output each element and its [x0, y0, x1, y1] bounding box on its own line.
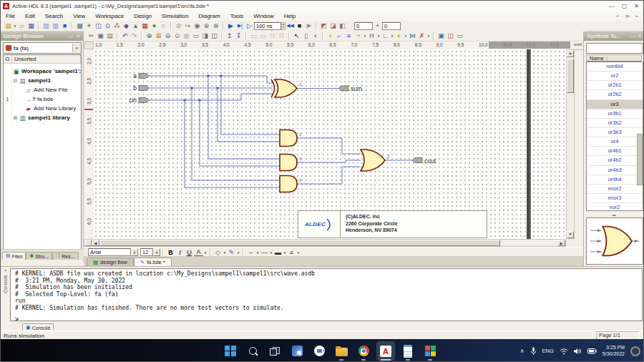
- symbol-item-or4b4[interactable]: or4b4: [587, 175, 643, 185]
- file-explorer-button[interactable]: [332, 341, 351, 361]
- menu-view[interactable]: View: [68, 11, 90, 21]
- copy-icon[interactable]: ▣: [96, 31, 105, 40]
- notepad-button[interactable]: [399, 341, 417, 361]
- restart-sim-icon[interactable]: ◉: [192, 21, 202, 30]
- symbol-filter-input[interactable]: [586, 43, 643, 54]
- font-family-caret-icon[interactable]: ▾: [131, 248, 138, 256]
- kernel-stop-icon[interactable]: ◪: [328, 21, 338, 30]
- design-browser-header[interactable]: Design Browser — ✕: [1, 31, 83, 41]
- font-color-caret-icon[interactable]: ▾: [203, 250, 208, 255]
- dock-move-icon[interactable]: +: [616, 14, 619, 19]
- symbol-item-or4b3[interactable]: or4b3: [587, 166, 643, 175]
- line-width-select[interactable]: –: [246, 248, 255, 257]
- symbol-item-or4b1[interactable]: or4b1: [587, 147, 643, 156]
- step-icon[interactable]: |▶: [304, 21, 313, 30]
- recording-icon[interactable]: [630, 346, 640, 356]
- panel-close-icon[interactable]: ✕: [77, 34, 80, 39]
- wire-tool-icon[interactable]: ⌐: [335, 31, 344, 40]
- menu-help[interactable]: Help: [279, 11, 301, 21]
- sheet-settings-icon[interactable]: ▭: [455, 31, 464, 40]
- bus-tool-icon[interactable]: ≡: [344, 31, 353, 40]
- find-icon[interactable]: ◫: [210, 31, 219, 40]
- symbol-item-or3-selected[interactable]: or3: [587, 100, 643, 109]
- tree-item-design[interactable]: ⊟ ▤ sampel1: [4, 76, 81, 85]
- line-color-icon[interactable]: ✎: [227, 248, 236, 257]
- console-strip-close-icon[interactable]: ▪: [4, 268, 6, 273]
- run-icon[interactable]: ▶: [226, 21, 235, 30]
- font-color-button[interactable]: A: [194, 248, 203, 257]
- battery-icon[interactable]: [587, 348, 597, 354]
- scroll-origin-box[interactable]: [84, 240, 92, 246]
- canvas-vscrollbar[interactable]: ▲ ▼: [566, 49, 575, 239]
- symbol-item-or3b1[interactable]: or3b1: [587, 109, 643, 119]
- init-sim-icon[interactable]: ↪: [183, 21, 192, 30]
- select-tool-icon[interactable]: ↖: [292, 31, 301, 40]
- active-hdl-button[interactable]: A: [376, 341, 395, 361]
- menu-file[interactable]: File: [1, 11, 20, 21]
- bold-button[interactable]: B: [166, 248, 175, 257]
- new-design-icon[interactable]: ▤: [4, 21, 13, 30]
- widgets-button[interactable]: [288, 341, 306, 361]
- tab-resources[interactable]: ❒ Res...: [52, 252, 79, 260]
- microphone-icon[interactable]: [530, 347, 537, 356]
- fub-wizard-icon[interactable]: ▣: [436, 31, 446, 40]
- workspace-icon[interactable]: ▩: [75, 21, 84, 30]
- tab-design-flow[interactable]: ▦ design flow: [87, 258, 134, 266]
- input-terminal-a[interactable]: [139, 74, 149, 79]
- schematic-canvas[interactable]: a b cin sum cout 2 2 2 2 2 ALDEC (C)ALDE…: [94, 49, 566, 239]
- elaborate-icon[interactable]: ▲: [131, 21, 140, 30]
- and2-gate-2[interactable]: [280, 155, 297, 171]
- tab-files[interactable]: ▤ Files: [2, 252, 26, 260]
- scroll-right-icon[interactable]: ▶: [557, 240, 565, 246]
- symbol-item-or4[interactable]: or4: [587, 137, 643, 147]
- cut-icon[interactable]: ✂: [87, 31, 96, 40]
- combo-dropdown-icon[interactable]: ▾: [72, 44, 81, 52]
- italic-button[interactable]: I: [175, 248, 185, 257]
- font-size-select[interactable]: 12: [140, 248, 153, 256]
- collapse-icon[interactable]: ⊟: [12, 78, 19, 84]
- console-output[interactable]: # KERNEL: ASDB file was created in locat…: [10, 268, 643, 321]
- vscroll-thumb[interactable]: [567, 59, 574, 93]
- symbol-item-xor2[interactable]: xor2: [587, 203, 643, 211]
- maximize-button[interactable]: ▢: [622, 3, 628, 9]
- fill-color-icon[interactable]: ◇: [213, 248, 223, 257]
- wifi-icon[interactable]: [560, 348, 568, 355]
- bring-front-icon[interactable]: ↥: [225, 31, 234, 40]
- menu-workspace[interactable]: Workspace: [90, 11, 129, 21]
- tree-item-add-new-file[interactable]: ▱ Add New File: [4, 85, 81, 94]
- console-side-strip[interactable]: ▪ Console: [1, 268, 10, 321]
- rewind-icon[interactable]: ◀◀: [286, 21, 295, 30]
- underline-button[interactable]: U: [185, 248, 194, 257]
- compile-icon[interactable]: ⁂: [112, 21, 122, 30]
- preview-splitter[interactable]: ▬: [586, 212, 642, 217]
- grid-show-icon[interactable]: ∷: [277, 31, 286, 40]
- delete-caret-icon[interactable]: ▾: [426, 34, 431, 38]
- close-button[interactable]: ✕: [634, 3, 639, 9]
- fullscreen-icon[interactable]: ■: [60, 21, 69, 30]
- taskbar-search-button[interactable]: [243, 341, 262, 361]
- save-icon[interactable]: ▦: [26, 21, 36, 30]
- start-button[interactable]: [221, 341, 240, 361]
- expand-icon[interactable]: ⊞: [12, 115, 19, 121]
- redo-icon[interactable]: ↷: [130, 31, 139, 40]
- tab-fa-bde[interactable]: ✎ fa.bde *: [134, 258, 172, 266]
- compile-all-icon[interactable]: ◆: [122, 21, 131, 30]
- tile-windows-icon[interactable]: ▥: [51, 21, 60, 30]
- signal-tool-icon[interactable]: ●: [394, 31, 404, 40]
- delete-tool-icon[interactable]: ✗: [417, 31, 426, 40]
- menu-diagram[interactable]: Diagram: [193, 11, 225, 21]
- arrow-style-select[interactable]: ≡: [287, 248, 296, 257]
- new-window-icon[interactable]: ▥: [42, 21, 51, 30]
- color-app-button[interactable]: [421, 341, 439, 361]
- output-terminal-sum[interactable]: [338, 86, 348, 91]
- align-h-icon[interactable]: ▭: [249, 31, 258, 40]
- symbols-column-header[interactable]: Name/: [586, 54, 642, 62]
- symbols-scrollbar-thumb[interactable]: [637, 134, 643, 185]
- menu-tools[interactable]: Tools: [225, 11, 249, 21]
- panel-close-icon[interactable]: ✕: [638, 34, 642, 39]
- symbols-toolbox-header[interactable]: Symbols To... — ✕: [584, 31, 644, 41]
- grid-snap-icon[interactable]: ∷: [268, 31, 277, 40]
- scroll-down-icon[interactable]: ▼: [567, 231, 574, 238]
- counter-plus-icon[interactable]: +: [373, 21, 382, 30]
- kernel-restart-icon[interactable]: ◩: [319, 21, 328, 30]
